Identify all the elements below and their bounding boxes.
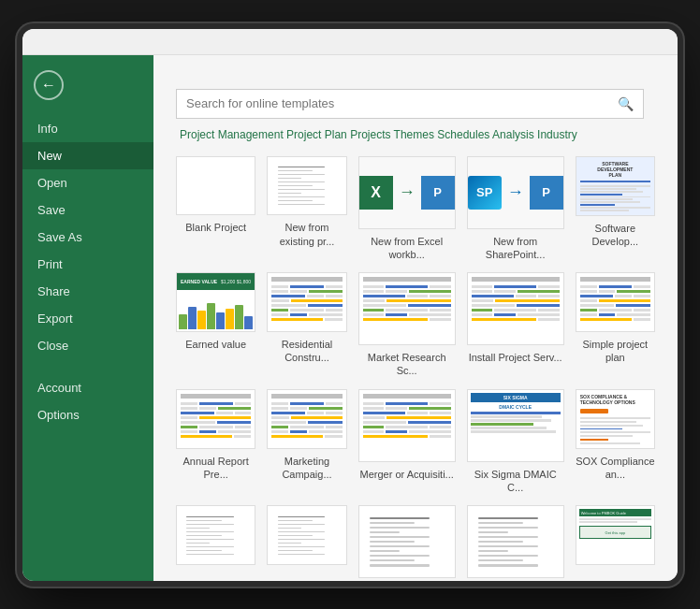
sidebar-item-open[interactable]: Open [22, 169, 153, 196]
template-thumbnail-earned: EARNED VALUE $1,200 $1,800 [176, 272, 255, 332]
template-thumbnail-market [358, 272, 456, 345]
template-item-install[interactable]: Install Project Serv... [467, 272, 564, 378]
template-thumbnail-residential [267, 272, 346, 332]
template-item-annual[interactable]: Annual Report Pre... [176, 389, 255, 495]
template-item-merger[interactable]: Merger or Acquisiti... [358, 389, 456, 495]
template-label-excel: New from Excel workb... [358, 235, 456, 262]
suggested-link-3[interactable]: Themes [394, 128, 434, 141]
template-label-annual: Annual Report Pre... [176, 455, 255, 482]
template-item-sox[interactable]: SOX COMPLIANCE &TECHNOLOGY OPTIONS SOX C… [576, 389, 655, 495]
template-item-t19[interactable] [467, 505, 564, 580]
template-item-t18[interactable] [358, 505, 456, 580]
template-thumbnail-sixsigma: SIX SIGMA DMAIC CYCLE [467, 389, 564, 462]
sidebar-item-save[interactable]: Save [22, 196, 153, 224]
template-item-t20[interactable]: Welcome to PMBOK Guide Get this app [576, 505, 655, 580]
template-item-t17[interactable] [267, 505, 346, 580]
suggested-link-0[interactable]: Project Management [180, 128, 284, 141]
sidebar-item-save-as[interactable]: Save As [22, 224, 153, 251]
template-label-blank: Blank Project [176, 221, 255, 234]
app-container: ← InfoNewOpenSaveSave AsPrintShareExport… [22, 55, 678, 581]
template-thumbnail-t16 [176, 505, 255, 565]
search-input[interactable] [177, 90, 608, 117]
search-bar[interactable]: 🔍 [176, 89, 644, 119]
suggested-link-6[interactable]: Industry [537, 128, 577, 141]
template-item-simple[interactable]: Simple project plan [576, 272, 655, 378]
template-label-simple: Simple project plan [576, 338, 655, 365]
main-content: 🔍 Project Management Project Plan Projec… [153, 55, 678, 581]
template-thumbnail-t19 [467, 505, 564, 578]
template-label-merger: Merger or Acquisiti... [358, 468, 456, 481]
template-item-software[interactable]: SOFTWAREDEVELOPMENTPLAN Software Develop… [576, 156, 655, 262]
template-thumbnail-t17 [267, 505, 346, 565]
template-label-sharepoint: New from SharePoint... [467, 235, 564, 262]
title-bar [22, 29, 678, 55]
templates-grid: Blank Project New from existing pr... X … [176, 156, 655, 581]
template-label-install: Install Project Serv... [467, 351, 564, 364]
sidebar-item-info[interactable]: Info [22, 115, 153, 142]
template-thumbnail-blank [176, 156, 255, 216]
template-item-market[interactable]: Market Research Sc... [358, 272, 456, 378]
back-icon: ← [41, 77, 56, 94]
template-item-t16[interactable] [176, 505, 255, 580]
template-thumbnail-sharepoint: SP → P [467, 156, 564, 229]
template-label-marketing: Marketing Campaig... [267, 455, 346, 482]
template-label-residential: Residential Constru... [267, 338, 346, 365]
sidebar-item-close[interactable]: Close [22, 332, 153, 359]
sidebar-item-export[interactable]: Export [22, 305, 153, 332]
template-item-excel[interactable]: X → P New from Excel workb... [358, 156, 456, 262]
sidebar-item-share[interactable]: Share [22, 278, 153, 305]
template-item-earned[interactable]: EARNED VALUE $1,200 $1,800 Earned value [176, 272, 255, 378]
template-label-earned: Earned value [176, 338, 255, 351]
suggested-searches: Project Management Project Plan Projects… [176, 128, 655, 141]
template-item-sharepoint[interactable]: SP → P New from SharePoint... [467, 156, 564, 262]
template-label-sox: SOX Compliance an... [576, 455, 655, 482]
sidebar-item-print[interactable]: Print [22, 251, 153, 278]
device-frame: ← InfoNewOpenSaveSave AsPrintShareExport… [22, 29, 678, 581]
template-label-existing: New from existing pr... [267, 221, 346, 248]
template-thumbnail-install [467, 272, 564, 345]
suggested-link-1[interactable]: Project Plan [286, 128, 347, 141]
suggested-link-5[interactable]: Analysis [492, 128, 534, 141]
template-thumbnail-simple [576, 272, 655, 332]
suggested-link-4[interactable]: Schedules [437, 128, 489, 141]
sidebar-item-options[interactable]: Options [22, 401, 153, 428]
sidebar-item-new[interactable]: New [22, 142, 153, 169]
template-item-sixsigma[interactable]: SIX SIGMA DMAIC CYCLE Six Sigma DMAIC C.… [467, 389, 564, 495]
template-label-software: Software Develop... [576, 222, 655, 249]
template-label-sixsigma: Six Sigma DMAIC C... [467, 468, 564, 495]
template-thumbnail-annual [176, 389, 255, 449]
template-item-marketing[interactable]: Marketing Campaig... [267, 389, 346, 495]
template-thumbnail-excel: X → P [358, 156, 456, 229]
template-item-blank[interactable]: Blank Project [176, 156, 255, 262]
template-thumbnail-sox: SOX COMPLIANCE &TECHNOLOGY OPTIONS [576, 389, 655, 449]
search-icon[interactable]: 🔍 [608, 90, 643, 118]
back-button[interactable]: ← [34, 70, 64, 100]
template-thumbnail-t20: Welcome to PMBOK Guide Get this app [576, 505, 655, 565]
template-thumbnail-marketing [267, 389, 346, 449]
template-label-market: Market Research Sc... [358, 351, 456, 378]
sidebar-item-account[interactable]: Account [22, 374, 153, 401]
template-thumbnail-t18 [358, 505, 456, 578]
sidebar: ← InfoNewOpenSaveSave AsPrintShareExport… [22, 55, 153, 581]
template-item-residential[interactable]: Residential Constru... [267, 272, 346, 378]
suggested-link-2[interactable]: Projects [350, 128, 390, 141]
template-thumbnail-merger [358, 389, 456, 462]
template-thumbnail-existing [267, 156, 346, 216]
template-item-existing[interactable]: New from existing pr... [267, 156, 346, 262]
template-thumbnail-software: SOFTWAREDEVELOPMENTPLAN [576, 156, 655, 216]
